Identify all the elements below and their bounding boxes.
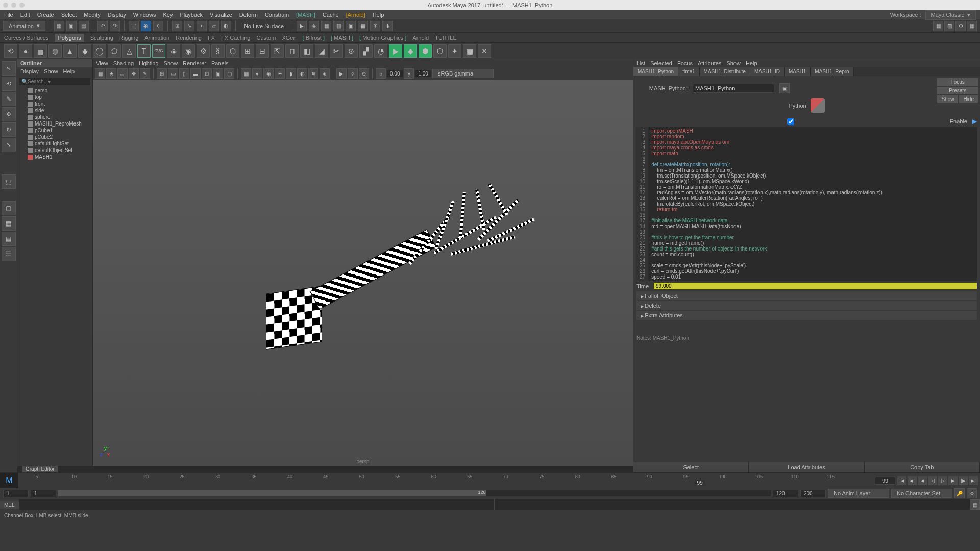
time-slider[interactable]: Graph Editor M 99 5101520253035404550556… [0,472,980,488]
undo-icon[interactable]: ↶ [97,21,108,31]
range-end-inner[interactable]: 120 [773,490,798,497]
mash-point-icon[interactable]: ✦ [448,44,461,58]
cmd-input[interactable] [19,499,494,510]
menu-help[interactable]: Help [373,12,384,18]
panel-layout-icon[interactable]: ▦ [967,21,977,31]
step-back-key-icon[interactable]: ◀| [908,476,917,485]
snap-live-icon[interactable]: ◐ [221,21,231,31]
smooth-icon[interactable]: ◔ [374,44,387,58]
shelf-tab-sculpting[interactable]: Sculpting [90,35,113,41]
outliner-item-mash1[interactable]: MASH1 [17,154,92,160]
ae-focus-button[interactable]: Focus [937,78,978,86]
vp-menu-shading[interactable]: Shading [113,60,134,66]
last-tool-icon[interactable]: ⬚ [2,174,16,189]
shelf-tab-polygons[interactable]: Polygons [55,34,84,42]
graph-editor-label[interactable]: Graph Editor [22,466,58,472]
outliner-search[interactable]: 🔍 Search... ▾ [19,78,90,85]
script-editor[interactable]: 1234567891011121314151617181920212223242… [636,127,977,281]
snap-point-icon[interactable]: • [197,21,207,31]
outliner-menu-display[interactable]: Display [20,68,39,74]
poly-prism-icon[interactable]: ⬠ [108,44,121,58]
shelf-tab-mash[interactable]: [ MASH ] [331,35,353,41]
workspace-dropdown[interactable]: Maya Classic ▾ [925,10,976,20]
time-field[interactable] [654,283,977,289]
snap-plane-icon[interactable]: ▱ [209,21,219,31]
ae-tab-distribute[interactable]: MASH1_Distribute [700,67,750,76]
single-pane-icon[interactable]: ▢ [2,201,16,215]
menu-deform[interactable]: Deform [239,12,258,18]
select-mode-icon[interactable]: ⬚ [129,21,139,31]
vp-bookmark-icon[interactable]: ★ [106,68,116,79]
step-back-icon[interactable]: ◀ [918,476,927,485]
range-end-outer[interactable]: 200 [800,490,826,497]
outliner-item-top[interactable]: top [17,94,92,101]
ae-menu-list[interactable]: List [636,60,645,66]
menu-key[interactable]: Key [163,12,173,18]
poly-helix-icon[interactable]: § [211,44,225,58]
vp-isolate-icon[interactable]: ▶ [336,68,347,79]
new-scene-icon[interactable]: ▦ [54,21,64,31]
shelf-tab-animation[interactable]: Animation [144,35,169,41]
highlight-icon[interactable]: ◈ [309,21,319,31]
vp-aa-icon[interactable]: ◈ [320,68,330,79]
step-fwd-icon[interactable]: ▶ [948,476,958,485]
cmd-lang-label[interactable]: MEL [0,501,19,509]
snap-curve-icon[interactable]: ∿ [184,21,194,31]
mash-create-icon[interactable]: ▶ [389,44,402,58]
menu-select[interactable]: Select [61,12,77,18]
section-falloff[interactable]: Falloff Object [636,291,977,300]
vp-safe-title-icon[interactable]: ▢ [224,68,234,79]
shelf-tab-rigging[interactable]: Rigging [119,35,138,41]
toggle-isolate-icon[interactable]: ▶ [297,21,307,31]
menu-edit[interactable]: Edit [20,12,30,18]
poly-pyramid-icon[interactable]: △ [122,44,136,58]
outliner-toggle-icon[interactable]: ☰ [2,247,16,261]
outliner-item-persp[interactable]: persp [17,87,92,94]
shelf-tab-turtle[interactable]: TURTLE [435,35,457,41]
vp-wireframe-icon[interactable]: ▦ [241,68,251,79]
vp-grease-icon[interactable]: ✎ [140,68,150,79]
vp-menu-lighting[interactable]: Lighting [139,60,159,66]
vp-image-plane-icon[interactable]: ▱ [117,68,128,79]
shelf-tab-fx[interactable]: FX [208,35,215,41]
vp-res-gate-icon[interactable]: ▯ [179,68,189,79]
paint-tool-icon[interactable]: ✎ [2,92,16,106]
range-start-outer[interactable]: 1 [3,490,29,497]
open-scene-icon[interactable]: ▣ [66,21,77,31]
menu-playback[interactable]: Playback [180,12,203,18]
module-dropdown[interactable]: Animation ▾ [3,21,45,31]
shelf-tab-curves[interactable]: Curves / Surfaces [4,35,48,41]
target-weld-icon[interactable]: ⊛ [345,44,358,58]
prefs-icon[interactable]: ⚙ [967,488,977,498]
maya-home-icon[interactable]: M [0,473,18,488]
wireframe-icon[interactable]: ▥ [333,21,344,31]
ae-menu-help[interactable]: Help [746,60,757,66]
poly-cube-icon[interactable]: ▦ [34,44,47,58]
outliner-item-objectset[interactable]: defaultObjectSet [17,147,92,154]
step-fwd-key-icon[interactable]: |▶ [959,476,968,485]
shelf-tab-bifrost[interactable]: [ Bifrost ] [303,35,325,41]
auto-key-icon[interactable]: 🔑 [954,488,965,498]
section-extra[interactable]: Extra Attributes [636,311,977,320]
script-editor-icon[interactable]: ▤ [970,499,980,510]
vp-menu-panels[interactable]: Panels [211,60,229,66]
poly-cone-icon[interactable]: ▲ [63,44,77,58]
ae-hide-button[interactable]: Hide [959,95,978,103]
vp-field-chart-icon[interactable]: ⊡ [202,68,212,79]
save-scene-icon[interactable]: ▤ [79,21,89,31]
ae-select-button[interactable]: Select [633,462,749,472]
go-start-icon[interactable]: |◀ [897,476,906,485]
ae-menu-attributes[interactable]: Attributes [698,60,721,66]
vp-textured-icon[interactable]: ◉ [263,68,274,79]
enable-checkbox[interactable] [636,118,945,125]
ipr-icon[interactable]: ▩ [944,21,954,31]
lasso-tool-icon[interactable]: ⟲ [2,77,16,91]
ae-load-button[interactable]: Load Attributes [749,462,864,472]
menu-file[interactable]: File [4,12,13,18]
ae-menu-show[interactable]: Show [726,60,741,66]
outliner-item-repromesh[interactable]: MASH1_ReproMesh [17,120,92,127]
poly-cylinder-icon[interactable]: ◍ [48,44,62,58]
menu-display[interactable]: Display [108,12,126,18]
select-tool-icon[interactable]: ↖ [2,61,16,76]
ae-copy-button[interactable]: Copy Tab [865,462,980,472]
